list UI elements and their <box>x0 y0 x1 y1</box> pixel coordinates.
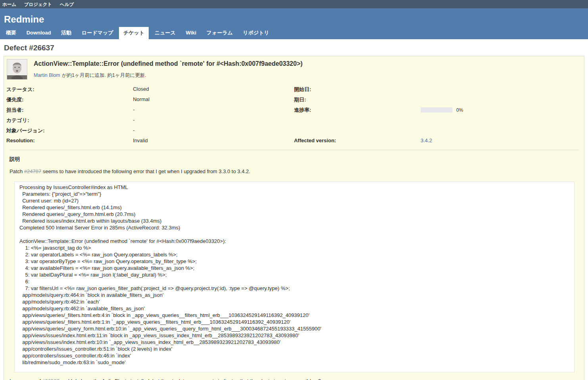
due-date-value <box>421 95 582 105</box>
assignee-value: - <box>133 105 294 115</box>
avatar <box>7 59 27 80</box>
tab-activity[interactable]: 活動 <box>57 27 76 39</box>
main-menu: 概要 Download 活動 ロードマップ チケット ニュース Wiki フォー… <box>2 27 274 39</box>
status-label: ステータス: <box>6 84 133 95</box>
site-header: Redmine 概要 Download 活動 ロードマップ チケット ニュース … <box>0 8 588 39</box>
tab-forums[interactable]: フォーラム <box>202 27 237 39</box>
target-version-value: - <box>133 126 294 136</box>
category-value: - <box>133 115 294 126</box>
affected-version-link[interactable]: 3.4.2 <box>421 137 432 143</box>
start-date-label: 開始日: <box>294 84 420 95</box>
issue-box: ActionView::Template::Error (undefined m… <box>4 56 584 380</box>
app-title: Redmine <box>0 8 588 25</box>
error-log: Processing by IssuesController#index as … <box>14 181 575 372</box>
progress-percent: 0% <box>456 107 463 113</box>
text: I am aware of <box>10 378 42 380</box>
progress-label: 進捗率: <box>294 105 420 115</box>
empty-cell <box>294 126 420 136</box>
author-link[interactable]: Martin Blom <box>34 73 60 78</box>
issue-author-line: Martin Blomが約1ヶ月前に追加. 約1ヶ月前に更新. <box>6 72 582 79</box>
attributes-divider <box>10 150 578 150</box>
tab-overview[interactable]: 概要 <box>2 27 21 39</box>
target-version-label: 対象バージョン: <box>6 126 133 136</box>
text: and I do have the Agile Plugin installed… <box>59 378 321 380</box>
empty-cell <box>421 126 582 136</box>
issue-title: ActionView::Template::Error (undefined m… <box>6 60 582 67</box>
status-value: Closed <box>133 84 294 95</box>
page-title: Defect #26637 <box>4 44 584 52</box>
tab-repository[interactable]: リポジトリ <box>239 27 274 39</box>
issue-meta: が約1ヶ月前に追加. 約1ヶ月前に更新. <box>62 73 146 78</box>
issue-link-26567[interactable]: #26567 <box>42 378 59 380</box>
description-paragraph-1: Patch #24787 seems to have introduced th… <box>10 168 582 174</box>
issue-attributes: ステータス: Closed 開始日: 優先度: Normal 期日: 担当者: … <box>6 84 582 145</box>
attribute-row: ステータス: Closed 開始日: <box>6 84 582 95</box>
priority-value: Normal <box>133 95 294 105</box>
top-menu-home[interactable]: ホーム <box>2 2 16 7</box>
assignee-label: 担当者: <box>6 105 133 115</box>
avatar-image <box>7 59 27 79</box>
top-menu-help[interactable]: ヘルプ <box>60 2 74 7</box>
tab-issues[interactable]: チケット <box>119 27 149 39</box>
tab-roadmap[interactable]: ロードマップ <box>77 27 118 39</box>
tab-news[interactable]: ニュース <box>150 27 180 39</box>
top-menu-projects[interactable]: プロジェクト <box>24 2 52 7</box>
description-paragraph-2: I am aware of #26567 and I do have the A… <box>10 378 582 380</box>
category-label: カテゴリ: <box>6 115 133 126</box>
tab-download[interactable]: Download <box>22 27 56 38</box>
attribute-row: Resolution: Invalid Affected version: 3.… <box>6 136 582 145</box>
due-date-label: 期日: <box>294 95 420 105</box>
empty-cell <box>294 115 420 126</box>
progress-value: 0% <box>421 105 582 115</box>
tab-wiki[interactable]: Wiki <box>182 27 201 38</box>
attribute-row: 優先度: Normal 期日: <box>6 95 582 105</box>
attribute-row: 担当者: - 進捗率: 0% <box>6 105 582 115</box>
affected-version-label: Affected version: <box>294 136 420 145</box>
progress-bar <box>421 107 452 113</box>
attribute-row: 対象バージョン: - <box>6 126 582 136</box>
text: Patch <box>10 168 24 174</box>
top-menu: ホーム プロジェクト ヘルプ <box>0 0 588 8</box>
empty-cell <box>421 115 582 126</box>
affected-version-value: 3.4.2 <box>421 136 582 145</box>
issue-description: 説明 Patch #24787 seems to have introduced… <box>6 156 582 380</box>
start-date-value <box>421 84 582 95</box>
resolution-value: Invalid <box>133 136 294 145</box>
resolution-label: Resolution: <box>6 136 133 145</box>
priority-label: 優先度: <box>6 95 133 105</box>
issue-link-24787[interactable]: #24787 <box>24 168 41 174</box>
attribute-row: カテゴリ: - <box>6 115 582 126</box>
text: seems to have introduced the following e… <box>41 168 250 174</box>
description-heading: 説明 <box>10 156 582 163</box>
